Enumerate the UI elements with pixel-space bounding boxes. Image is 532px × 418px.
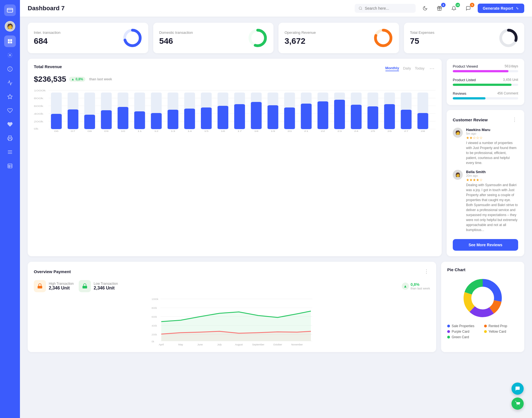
svg-rect-58 <box>134 111 145 129</box>
svg-text:11: 11 <box>137 130 142 132</box>
svg-text:06: 06 <box>54 130 58 132</box>
overview-payment-card: Overview Payment ⋮ High Transaction 2,34… <box>28 262 436 352</box>
tab-today[interactable]: Today <box>415 66 424 71</box>
svg-text:October: October <box>273 343 282 346</box>
svg-text:21: 21 <box>304 130 308 132</box>
svg-text:200k: 200k <box>34 120 44 123</box>
tab-monthly[interactable]: Monthly <box>385 66 399 71</box>
svg-point-140 <box>472 287 494 309</box>
svg-text:18: 18 <box>254 130 259 132</box>
generate-report-button[interactable]: Generate Report <box>478 4 524 13</box>
svg-rect-103 <box>384 104 395 129</box>
reviews-value: 456 Comment <box>497 91 518 96</box>
revenue-tabs: Monthly Daily Today ⋯ <box>385 64 436 73</box>
total-expenses-label: Total Expenses <box>410 30 434 35</box>
search-input[interactable] <box>365 6 412 11</box>
overview-payment-more-btn[interactable]: ⋮ <box>423 267 430 276</box>
svg-text:27: 27 <box>404 130 408 132</box>
svg-text:22: 22 <box>321 130 325 132</box>
dark-mode-toggle[interactable] <box>420 3 430 13</box>
overview-pct-label: than last week <box>411 287 430 290</box>
sidebar-item-list[interactable] <box>4 160 16 172</box>
svg-text:20: 20 <box>287 130 292 132</box>
fab-container <box>511 383 524 410</box>
review-text-0: I viewed a number of properties with Jus… <box>466 140 518 165</box>
revenue-title: Total Revenue <box>34 64 62 69</box>
svg-text:600k: 600k <box>34 105 44 107</box>
sidebar-item-analytics[interactable] <box>4 77 16 89</box>
expenses-donut <box>499 28 518 48</box>
low-transaction-value: 2,346 Unit <box>94 286 118 291</box>
support-fab[interactable] <box>511 383 524 395</box>
svg-text:July: July <box>217 343 222 346</box>
svg-text:200k: 200k <box>152 333 157 336</box>
search-box[interactable] <box>355 4 416 13</box>
pie-legend: Sale Properties Rented Prop Purple Card … <box>447 324 518 339</box>
bell-icon-btn[interactable]: 12 <box>449 3 459 13</box>
inter-transaction-label: Inter. transaction <box>34 30 60 35</box>
overview-pct-arrow: ▲ <box>402 283 409 290</box>
overview-payment-header: Overview Payment ⋮ <box>34 267 430 276</box>
cart-fab[interactable] <box>511 398 524 410</box>
operating-revenue-value: 3,672 <box>285 36 316 46</box>
sidebar-item-settings[interactable] <box>4 49 16 61</box>
svg-rect-10 <box>9 139 11 141</box>
svg-rect-111 <box>38 286 42 288</box>
sidebar-item-menu[interactable] <box>4 146 16 158</box>
svg-text:1000k: 1000k <box>34 89 46 92</box>
high-transaction-icon <box>34 280 46 292</box>
sidebar-logo[interactable] <box>4 4 16 16</box>
product-listed-value: 3,456 Unit <box>503 78 518 82</box>
review-name-0: Hawkins Maru <box>466 128 518 132</box>
svg-text:23: 23 <box>337 130 342 132</box>
customer-review-card: Customer Review ⋮ 🧑 Hawkins Maru 5m ago … <box>447 110 524 256</box>
sidebar-item-info[interactable] <box>4 63 16 75</box>
svg-rect-82 <box>267 105 278 129</box>
svg-text:17: 17 <box>237 130 242 132</box>
bell-badge: 12 <box>456 3 460 7</box>
review-stars-0: ★★☆☆☆ <box>466 136 518 140</box>
svg-rect-88 <box>301 104 312 129</box>
domestic-transaction-value: 546 <box>159 36 193 46</box>
sidebar-item-favorites[interactable] <box>4 91 16 102</box>
header-actions: 2 12 5 Generate Report <box>355 3 524 13</box>
line-chart-svg: 1000k 800k 600k 400k 200k 0k <box>34 297 430 347</box>
tab-daily[interactable]: Daily <box>403 66 411 71</box>
sidebar: 🧑 <box>0 0 20 418</box>
sidebar-item-print[interactable] <box>4 132 16 144</box>
svg-rect-67 <box>184 109 195 129</box>
charts-row: Total Revenue Monthly Daily Today ⋯ $236… <box>28 59 524 256</box>
svg-text:400k: 400k <box>152 324 157 327</box>
product-listed-bar <box>453 84 518 86</box>
legend-yellow-card: Yellow Card <box>484 330 518 334</box>
review-item-1: 👩 Bella Smith 20m ago ★★★★☆ Dealing with… <box>453 170 518 232</box>
page-title: Dashboard 7 <box>28 5 65 12</box>
sidebar-item-wishlist[interactable] <box>4 119 16 130</box>
gift-icon-btn[interactable]: 2 <box>434 3 444 13</box>
svg-text:August: August <box>235 343 243 346</box>
svg-rect-91 <box>318 101 328 129</box>
domestic-donut <box>248 28 267 48</box>
product-viewed-value: 561/days <box>505 64 518 68</box>
svg-rect-94 <box>334 100 345 129</box>
overview-payment-title: Overview Payment <box>34 269 71 274</box>
svg-text:800k: 800k <box>152 307 157 309</box>
stat-card-revenue: Operating Revenue 3,672 <box>278 23 399 53</box>
customer-review-more-btn[interactable]: ⋮ <box>511 116 518 124</box>
svg-text:24: 24 <box>354 130 359 132</box>
svg-rect-3 <box>8 42 10 43</box>
svg-text:April: April <box>159 343 164 346</box>
legend-rented-prop: Rented Prop <box>484 324 518 328</box>
avatar[interactable]: 🧑 <box>5 21 15 32</box>
svg-point-18 <box>359 7 362 9</box>
svg-text:09: 09 <box>104 130 109 132</box>
chat-icon-btn[interactable]: 5 <box>463 3 473 13</box>
line-chart-area: 1000k 800k 600k 400k 200k 0k <box>34 297 430 347</box>
chat-badge: 5 <box>470 3 474 7</box>
revenue-more-btn[interactable]: ⋯ <box>428 64 436 73</box>
svg-rect-43 <box>51 114 62 129</box>
high-transaction-value: 2,346 Unit <box>49 286 74 291</box>
see-more-reviews-button[interactable]: See More Reviews <box>453 239 518 251</box>
sidebar-item-liked[interactable] <box>4 105 16 116</box>
sidebar-item-dashboard[interactable] <box>4 35 16 47</box>
